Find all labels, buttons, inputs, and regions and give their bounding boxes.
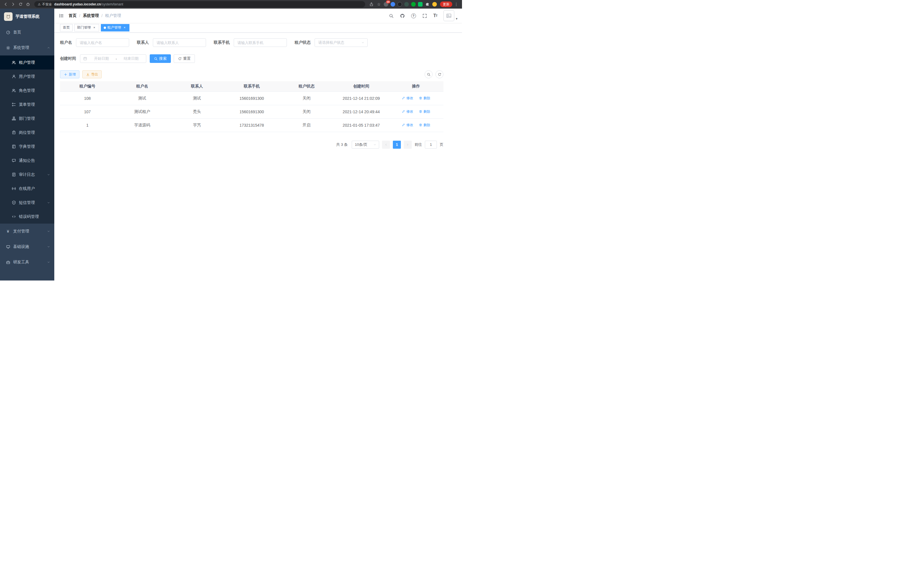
- page-number-1[interactable]: 1: [393, 141, 401, 149]
- chevron-down-icon: [47, 260, 50, 264]
- avatar-image: [443, 10, 454, 21]
- sidebar-menu: 首页 系统管理 租户管理 用户管理: [0, 25, 54, 281]
- address-bar[interactable]: ⚠ 不安全 dashboard.yudao.iocoder.cn/system/…: [34, 1, 365, 8]
- toggle-search-button[interactable]: [424, 70, 433, 78]
- sidebar-item-notice[interactable]: 通知公告: [0, 153, 54, 168]
- update-button[interactable]: 更新: [440, 2, 452, 7]
- dashboard-icon: [6, 30, 10, 35]
- contact-input[interactable]: [153, 38, 206, 47]
- code-icon: [11, 214, 16, 219]
- refresh-table-button[interactable]: [435, 70, 443, 78]
- page-size-select[interactable]: 10条/页: [352, 141, 379, 149]
- sidebar-item-dept-management[interactable]: 部门管理: [0, 111, 54, 126]
- sidebar-item-audit-log[interactable]: 审计日志: [0, 168, 54, 182]
- sidebar-item-online-users[interactable]: 在线用户: [0, 182, 54, 196]
- goto-page-input[interactable]: [425, 141, 437, 149]
- tenant-status-select[interactable]: 请选择租户状态: [315, 38, 368, 47]
- search-button[interactable]: 搜索: [150, 54, 171, 63]
- sidebar-item-dev-tools[interactable]: 研发工具: [0, 254, 54, 270]
- delete-link[interactable]: 删除: [419, 96, 430, 101]
- browser-profile-avatar[interactable]: [431, 1, 438, 8]
- font-size-icon[interactable]: TT: [434, 13, 437, 18]
- next-page-button[interactable]: [404, 141, 412, 149]
- kebab-menu-icon[interactable]: ⋮: [453, 1, 460, 8]
- sidebar-item-menu-management[interactable]: 菜单管理: [0, 98, 54, 111]
- close-icon[interactable]: ×: [123, 26, 127, 30]
- delete-link[interactable]: 删除: [419, 109, 430, 114]
- search-icon[interactable]: [389, 14, 394, 18]
- sidebar-item-system-management[interactable]: 系统管理: [0, 40, 54, 56]
- help-icon[interactable]: ?: [411, 14, 416, 18]
- extension-icon-dark[interactable]: [397, 1, 403, 8]
- user-avatar[interactable]: ▾: [443, 10, 458, 21]
- user-icon: [11, 74, 16, 79]
- system-submenu: 租户管理 用户管理 角色管理 菜单管理: [0, 56, 54, 224]
- page-unit-label: 页: [440, 142, 443, 147]
- fullscreen-icon[interactable]: [422, 14, 427, 18]
- extension-icon-blue[interactable]: [390, 1, 396, 8]
- add-button[interactable]: 新增: [60, 70, 80, 78]
- edit-link[interactable]: 修改: [402, 96, 413, 101]
- share-icon[interactable]: [368, 1, 375, 8]
- sidebar-item-payment-management[interactable]: ¥ 支付管理: [0, 224, 54, 239]
- bookmark-star-icon[interactable]: ☆: [375, 1, 382, 8]
- sidebar-fold-icon[interactable]: [54, 9, 69, 23]
- edit-link[interactable]: 修改: [402, 109, 413, 114]
- signal-icon: [11, 186, 16, 191]
- sidebar-item-label: 支付管理: [13, 229, 29, 234]
- prev-page-button[interactable]: [382, 141, 390, 149]
- trash-icon: [419, 110, 422, 113]
- edit-icon: [402, 96, 405, 100]
- sidebar-item-tenant-management[interactable]: 租户管理: [0, 56, 54, 69]
- yen-icon: ¥: [6, 229, 10, 234]
- tenant-name-input[interactable]: [76, 38, 129, 47]
- tab-label: 部门管理: [77, 25, 91, 30]
- reset-button[interactable]: 重置: [174, 54, 195, 63]
- breadcrumb-home[interactable]: 首页: [69, 13, 76, 18]
- edit-link[interactable]: 修改: [402, 123, 413, 128]
- col-phone: 联系手机: [224, 81, 279, 92]
- github-icon[interactable]: [400, 14, 405, 18]
- tab-dept-management[interactable]: 部门管理 ×: [74, 24, 99, 32]
- cell-created: 2021-01-05 17:03:47: [334, 118, 389, 132]
- browser-home-icon[interactable]: [25, 1, 32, 8]
- phone-input[interactable]: [234, 38, 287, 47]
- sidebar-item-sms-management[interactable]: 短信管理: [0, 196, 54, 210]
- breadcrumb-system[interactable]: 系统管理: [83, 13, 99, 18]
- tab-home[interactable]: 首页: [60, 24, 73, 32]
- create-time-range-picker[interactable]: 开始日期 - 结束日期: [80, 54, 146, 63]
- sidebar-item-home[interactable]: 首页: [0, 25, 54, 40]
- export-button[interactable]: 导出: [82, 70, 102, 78]
- sidebar-item-infrastructure[interactable]: 基础设施: [0, 239, 54, 254]
- cell-contact: 测试: [170, 92, 224, 105]
- reload-icon[interactable]: [17, 1, 24, 8]
- extension-icon-green-circle[interactable]: [410, 1, 417, 8]
- list-icon: [11, 102, 16, 107]
- forward-icon[interactable]: [10, 1, 16, 8]
- app-logo[interactable]: 芋道管理系统: [0, 9, 54, 25]
- end-date-placeholder: 结束日期: [119, 56, 143, 61]
- extension-icon-green-square[interactable]: [417, 1, 423, 8]
- close-icon[interactable]: ×: [92, 26, 96, 30]
- extensions-puzzle-icon[interactable]: [424, 1, 431, 8]
- sidebar-item-role-management[interactable]: 角色管理: [0, 83, 54, 98]
- sidebar-item-label: 短信管理: [19, 200, 35, 205]
- col-contact: 联系人: [170, 81, 224, 92]
- back-icon[interactable]: [2, 1, 9, 8]
- col-created: 创建时间: [334, 81, 389, 92]
- sidebar-item-post-management[interactable]: 岗位管理: [0, 126, 54, 140]
- comment-icon: [11, 158, 16, 163]
- delete-link[interactable]: 删除: [419, 123, 430, 128]
- cell-actions: 修改 删除: [388, 105, 443, 118]
- select-placeholder: 请选择租户状态: [318, 40, 344, 45]
- extension-icon-dots[interactable]: 10: [383, 1, 389, 8]
- cell-tenant-name: 芋道源码: [115, 118, 170, 132]
- sidebar-item-dict-management[interactable]: 字典管理: [0, 140, 54, 153]
- extension-icon-olive[interactable]: [404, 1, 410, 8]
- cell-tenant-id: 108: [60, 92, 115, 105]
- trash-icon: [419, 96, 422, 100]
- sidebar-item-error-code-management[interactable]: 错误码管理: [0, 210, 54, 224]
- tab-tenant-management[interactable]: 租户管理 ×: [101, 24, 129, 32]
- sidebar-item-user-management[interactable]: 用户管理: [0, 69, 54, 83]
- pagination: 共 3 条 10条/页 1 前往 页: [60, 141, 443, 149]
